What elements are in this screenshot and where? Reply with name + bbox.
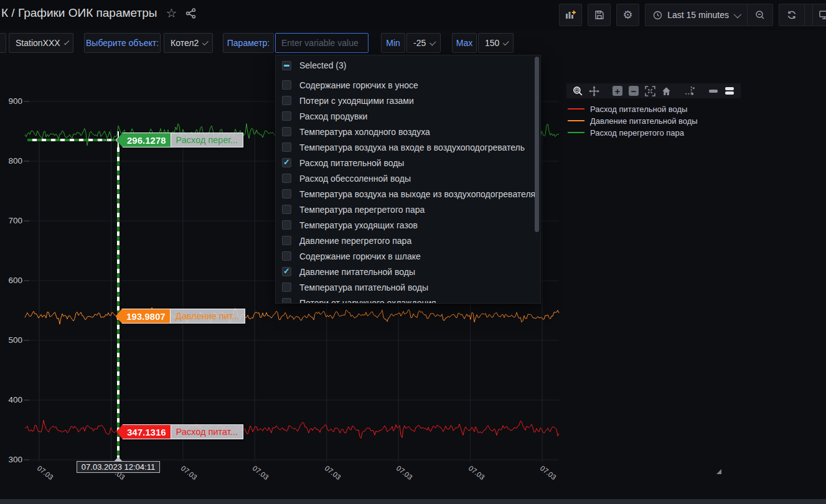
dropdown-option-label: Содержание горючих в шлаке [299, 251, 421, 261]
favorite-star-icon[interactable]: ☆ [166, 7, 177, 19]
unchecked-checkbox[interactable] [282, 205, 291, 214]
dropdown-option-label: Температура воздуха на выходе из воздухо… [299, 189, 535, 199]
dropdown-option[interactable]: Содержание горючих в уносе [276, 77, 540, 93]
dropdown-options-list: Содержание горючих в уносеПотери с уходя… [276, 77, 540, 304]
y-tick-label: 400 [2, 395, 22, 404]
object-variable-value: Котел2 [171, 38, 199, 48]
dropdown-option-label: Потери с уходящими газами [299, 96, 414, 106]
add-panel-button[interactable] [559, 4, 582, 26]
unchecked-checkbox[interactable] [282, 189, 291, 198]
min-variable-dropdown[interactable]: -25 [406, 33, 441, 53]
top-nav: К / Графики ОИК параметры ☆ [0, 0, 826, 30]
dashboard-settings-button[interactable]: ⚙ [616, 4, 639, 26]
dropdown-option[interactable]: Температура холодного воздуха [276, 124, 540, 139]
unchecked-checkbox[interactable] [282, 96, 291, 105]
dropdown-summary-label: Selected (3) [299, 60, 346, 70]
dropdown-option[interactable]: Потери от наружного охлаждения [276, 295, 540, 304]
legend-line-swatch [568, 132, 584, 133]
min-variable-value: -25 [413, 38, 426, 48]
dropdown-option-label: Потери от наружного охлаждения [299, 298, 436, 304]
legend-item[interactable]: Расход перегретого пара [568, 128, 698, 137]
max-variable-value: 150 [485, 38, 499, 48]
horizontal-scrollbar[interactable] [0, 499, 826, 504]
checked-checkbox[interactable]: ✓ [282, 267, 291, 276]
unchecked-checkbox[interactable] [282, 80, 291, 90]
share-icon[interactable] [185, 8, 196, 19]
refresh-button[interactable] [779, 4, 804, 26]
unchecked-checkbox[interactable] [282, 220, 291, 230]
time-range-picker[interactable]: Last 15 minutes [645, 4, 747, 26]
dropdown-option-label: Давление питательной воды [299, 267, 415, 277]
max-variable-label: Max [452, 33, 477, 53]
breadcrumb: К / Графики ОИК параметры ☆ [1, 6, 196, 20]
y-tick-label: 900 [2, 96, 22, 106]
dropdown-option[interactable]: ✓Давление питательной воды [276, 264, 540, 279]
param-variable-label: Параметр: [223, 33, 274, 53]
legend-line-swatch [568, 120, 584, 121]
dropdown-option-label: Расход обессоленной воды [299, 174, 411, 184]
modebar-hover-closest-button[interactable] [707, 85, 720, 97]
chart-legend: Расход питательной водыДавление питатель… [568, 105, 698, 137]
hover-series-name: Расход перег... [171, 133, 243, 147]
dropdown-option[interactable]: Температура воздуха на входе в воздухопо… [276, 139, 540, 155]
unchecked-checkbox[interactable] [282, 282, 291, 292]
unchecked-checkbox[interactable] [282, 111, 291, 121]
unchecked-checkbox[interactable] [282, 142, 291, 152]
modebar-reset-axes-button[interactable] [660, 85, 672, 97]
zoom-out-time-button[interactable] [747, 4, 772, 26]
page-title[interactable]: К / Графики ОИК параметры [1, 6, 157, 20]
save-dashboard-button[interactable] [588, 4, 611, 26]
modebar-hover-compare-button[interactable] [723, 85, 736, 97]
unchecked-checkbox[interactable] [282, 251, 291, 261]
dropdown-option[interactable]: Температура питательной воды [276, 279, 540, 295]
hover-label-orange: 193.9807 Давление пит... [116, 309, 245, 324]
clipped-variable-box[interactable] [0, 33, 6, 53]
hover-label-red: 347.1316 Расход питат... [116, 424, 243, 439]
chevron-down-icon [503, 39, 509, 45]
modebar-autoscale-button[interactable] [644, 85, 656, 97]
dropdown-option[interactable]: Температура перегретого пара [276, 202, 540, 217]
hover-arrow [116, 424, 123, 439]
max-variable-dropdown[interactable]: 150 [478, 33, 514, 53]
parameter-dropdown-menu: Selected (3) Содержание горючих в уносеП… [275, 55, 541, 304]
legend-label: Давление питательной воды [590, 116, 698, 126]
dropdown-scrollbar[interactable] [535, 57, 539, 232]
legend-item[interactable]: Расход питательной воды [568, 105, 698, 113]
unchecked-checkbox[interactable] [282, 127, 291, 136]
hover-arrow [116, 133, 123, 147]
dropdown-option[interactable]: Потери с уходящими газами [276, 93, 540, 108]
modebar-zoom-button[interactable] [571, 85, 584, 97]
dropdown-option-label: Содержание горючих в уносе [299, 80, 418, 90]
unchecked-checkbox[interactable] [282, 298, 291, 304]
indeterminate-checkbox[interactable] [282, 61, 291, 70]
unchecked-checkbox[interactable] [282, 174, 291, 183]
chart-modebar: + − [566, 83, 741, 98]
clock-icon [653, 11, 662, 20]
dropdown-option[interactable]: Расход продувки [276, 108, 540, 124]
panel-resize-handle[interactable] [716, 469, 721, 474]
station-variable-dropdown[interactable]: StationXXX [9, 33, 73, 53]
dropdown-option[interactable]: Температура уходящих газов [276, 217, 540, 233]
y-tick-label: 600 [2, 276, 22, 285]
checked-checkbox[interactable]: ✓ [282, 158, 291, 167]
dropdown-selected-summary[interactable]: Selected (3) [276, 57, 540, 73]
y-tick-label: 700 [2, 216, 22, 225]
dropdown-option-label: Температура перегретого пара [299, 205, 425, 215]
modebar-zoom-in-button[interactable]: + [611, 85, 624, 97]
legend-label: Расход питательной воды [590, 105, 687, 114]
dropdown-option[interactable]: ✓Расход питательной воды [276, 155, 540, 170]
legend-line-swatch [568, 108, 584, 110]
cycle-view-button[interactable] [812, 4, 826, 26]
dropdown-option[interactable]: Содержание горючих в шлаке [276, 248, 540, 264]
legend-item[interactable]: Давление питательной воды [568, 116, 698, 125]
modebar-pan-button[interactable] [588, 85, 600, 97]
modebar-zoom-out-button[interactable]: − [627, 85, 640, 97]
dropdown-option[interactable]: Температура воздуха на выходе из воздухо… [276, 186, 540, 202]
y-tick-label: 300 [2, 455, 22, 464]
object-variable-dropdown[interactable]: Котел2 [164, 33, 213, 53]
dropdown-option[interactable]: Давление перегретого пара [276, 233, 540, 248]
dropdown-option[interactable]: Расход обессоленной воды [276, 170, 540, 186]
unchecked-checkbox[interactable] [282, 236, 291, 245]
modebar-spikelines-button[interactable] [683, 85, 696, 97]
param-variable-input[interactable] [275, 33, 368, 53]
